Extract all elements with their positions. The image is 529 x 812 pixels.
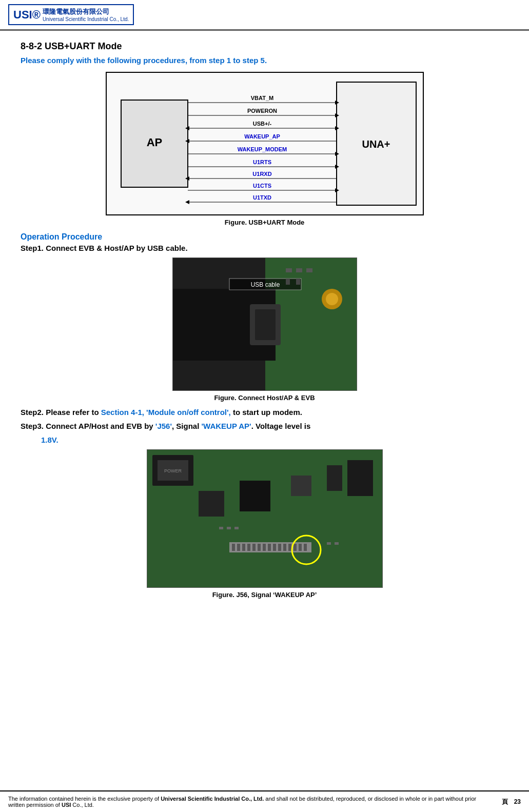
op-procedure-title: Operation Procedure (21, 232, 508, 242)
svg-rect-53 (232, 544, 235, 551)
svg-rect-41 (296, 268, 302, 272)
svg-rect-77 (327, 542, 331, 545)
svg-rect-64 (288, 544, 291, 551)
photo1-container: USB cable (21, 258, 508, 391)
svg-rect-58 (258, 544, 261, 551)
svg-rect-67 (304, 544, 307, 551)
footer-page-number: 23 (514, 798, 521, 805)
step3-text: Step3. Connect AP/Host and EVB by 'J56',… (21, 422, 508, 430)
step2-link: Section 4-1, 'Module on/off control', (101, 408, 231, 417)
main-content: 8-8-2 USB+UART Mode Please comply with t… (0, 31, 529, 615)
svg-rect-37 (255, 309, 276, 340)
svg-rect-44 (296, 279, 300, 285)
svg-text:U1TXD: U1TXD (252, 194, 271, 201)
section-subtitle: Please comply with the following procedu… (21, 56, 508, 65)
svg-text:VBAT_M: VBAT_M (250, 95, 273, 101)
logo-box: USI® 環隆電氣股份有限公司 Universal Scientific Ind… (8, 4, 134, 25)
usb-uart-diagram: AP UNA+ VBAT_M POWERON USB+/- WAKEUP_AP (106, 72, 424, 215)
svg-rect-56 (247, 544, 250, 551)
page-footer: The information contained herein is the … (0, 790, 529, 812)
svg-rect-62 (278, 544, 281, 551)
evb-photo-svg: POWER (147, 450, 383, 588)
step1-text: Step1. Connect EVB & Host/AP by USB cabl… (21, 244, 508, 252)
svg-text:U1RXD: U1RXD (252, 171, 271, 177)
svg-rect-60 (268, 544, 271, 551)
svg-rect-69 (199, 491, 224, 517)
footer-text: The information contained herein is the … (8, 796, 492, 808)
step3-mid: , Signal (172, 422, 202, 430)
diagram-caption: Figure. USB+UART Mode (21, 219, 508, 226)
svg-rect-61 (273, 544, 276, 551)
section-title: 8-8-2 USB+UART Mode (21, 41, 508, 52)
footer-pre: The information contained herein is the … (8, 796, 161, 802)
step2-pre: Step2. Please refer to (21, 408, 101, 417)
photo-usb-cable: USB cable (172, 258, 357, 391)
svg-text:USB+/-: USB+/- (252, 121, 271, 127)
svg-rect-57 (252, 544, 256, 551)
svg-rect-78 (335, 542, 339, 545)
svg-text:AP: AP (146, 136, 162, 149)
svg-rect-74 (219, 527, 223, 529)
svg-rect-76 (234, 527, 239, 529)
logo-area: USI® 環隆電氣股份有限公司 Universal Scientific Ind… (8, 4, 134, 25)
step3-indent: 1.8V. (41, 435, 508, 444)
step2-text: Step2. Please refer to Section 4-1, 'Mod… (21, 408, 508, 417)
svg-rect-59 (263, 544, 266, 551)
logo-text: 環隆電氣股份有限公司 Universal Scientific Industri… (43, 7, 129, 22)
svg-rect-72 (327, 465, 342, 491)
svg-text:POWERON: POWERON (247, 108, 277, 114)
svg-rect-65 (293, 544, 297, 551)
step2-post: to start up modem. (231, 408, 302, 417)
svg-rect-55 (242, 544, 245, 551)
page-header: USI® 環隆電氣股份有限公司 Universal Scientific Ind… (0, 0, 529, 31)
logo-cn: 環隆電氣股份有限公司 (43, 7, 129, 16)
footer-page: 頁 23 (502, 798, 521, 806)
svg-text:U1RTS: U1RTS (252, 159, 271, 165)
svg-rect-40 (286, 268, 292, 272)
svg-rect-71 (291, 476, 311, 496)
logo-usi: USI® (13, 8, 41, 22)
svg-rect-73 (347, 460, 373, 496)
svg-rect-66 (299, 544, 302, 551)
step3-post: . Voltage level is (251, 422, 311, 430)
svg-text:WAKEUP_AP: WAKEUP_AP (244, 133, 280, 140)
svg-point-46 (326, 293, 338, 305)
step3-link1: 'J56' (155, 422, 172, 430)
footer-company: Universal Scientific Industrial Co., Ltd… (161, 796, 264, 802)
svg-rect-70 (240, 481, 270, 511)
usb-photo-svg: USB cable (173, 258, 357, 391)
photo2-container: POWER (21, 449, 508, 588)
svg-text:UNA+: UNA+ (362, 138, 390, 150)
step3-link2: 'WAKEUP AP' (202, 422, 251, 430)
svg-text:WAKEUP_MODEM: WAKEUP_MODEM (237, 146, 287, 152)
photo1-caption: Figure. Connect Host/AP & EVB (21, 394, 508, 402)
logo-en: Universal Scientific Industrial Co., Ltd… (43, 16, 129, 22)
svg-rect-75 (227, 527, 231, 529)
svg-rect-42 (306, 268, 312, 272)
footer-end: Co., Ltd. (71, 802, 94, 808)
svg-text:POWER: POWER (164, 468, 182, 473)
step3-pre: Step3. Connect AP/Host and EVB by (21, 422, 155, 430)
photo2-caption: Figure. J56, Signal ‘WAKEUP AP’ (21, 591, 508, 599)
svg-rect-63 (283, 544, 286, 551)
svg-text:USB cable: USB cable (250, 281, 280, 288)
footer-usi: USI (62, 802, 71, 808)
photo-evb-board: POWER (147, 449, 383, 588)
diagram-wrapper: AP UNA+ VBAT_M POWERON USB+/- WAKEUP_AP (21, 72, 508, 215)
svg-rect-43 (286, 279, 290, 285)
svg-text:U1CTS: U1CTS (252, 183, 271, 189)
svg-rect-54 (237, 544, 240, 551)
footer-page-prefix: 頁 (502, 798, 508, 805)
